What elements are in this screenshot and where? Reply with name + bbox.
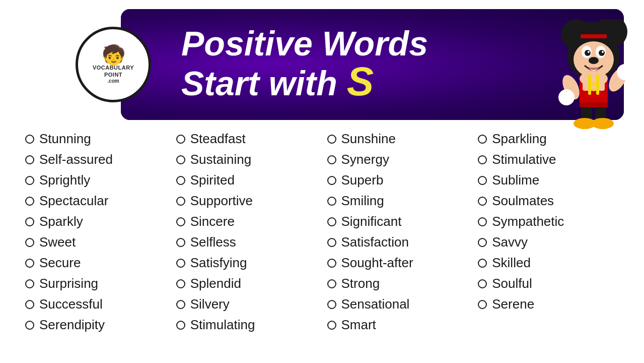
word-label: Steadfast — [190, 131, 246, 147]
list-item: Synergy — [327, 150, 478, 169]
word-label: Sympathetic — [492, 214, 564, 229]
bullet-icon — [478, 155, 487, 164]
list-item: Soulful — [478, 274, 629, 293]
header-banner: 🧒 VOCABULARYPOINT .com Positive Words St… — [121, 9, 624, 120]
word-label: Sensational — [341, 296, 410, 312]
list-item: Savvy — [478, 232, 629, 252]
svg-point-28 — [592, 118, 614, 129]
bullet-icon — [327, 197, 336, 206]
word-label: Superb — [341, 172, 384, 188]
bullet-icon — [478, 217, 487, 226]
word-label: Synergy — [341, 152, 389, 167]
svg-rect-13 — [581, 34, 607, 38]
list-item: Skilled — [478, 253, 629, 273]
word-label: Soulmates — [492, 193, 554, 209]
word-label: Sprightly — [39, 172, 90, 188]
svg-point-20 — [592, 88, 595, 91]
list-item: Steadfast — [176, 129, 327, 149]
bullet-icon — [327, 238, 336, 247]
list-item: Stunning — [25, 129, 176, 149]
word-label: Silvery — [190, 296, 230, 312]
word-label: Surprising — [39, 276, 98, 291]
list-item: Self-assured — [25, 150, 176, 169]
bullet-icon — [176, 238, 185, 247]
list-item: Sought-after — [327, 253, 478, 273]
list-item: Sustaining — [176, 150, 327, 169]
list-item: Sprightly — [25, 170, 176, 190]
header-letter-s: S — [347, 59, 374, 104]
list-item: Surprising — [25, 274, 176, 293]
bullet-icon — [25, 321, 34, 330]
list-item: Satisfaction — [327, 232, 478, 252]
list-item: Significant — [327, 212, 478, 231]
bullet-icon — [176, 321, 185, 330]
list-item: Spirited — [176, 170, 327, 190]
mickey-figure — [548, 19, 639, 125]
word-label: Sustaining — [190, 152, 251, 167]
list-item: Sparkling — [478, 129, 629, 149]
list-item: Sympathetic — [478, 212, 629, 231]
svg-point-24 — [617, 64, 633, 80]
word-label: Spectacular — [39, 193, 108, 209]
word-label: Stunning — [39, 131, 91, 147]
list-item: Strong — [327, 274, 478, 293]
bullet-icon — [327, 300, 336, 309]
logo-text: VOCABULARYPOINT — [93, 65, 134, 78]
bullet-icon — [25, 217, 34, 226]
word-label: Satisfying — [190, 255, 247, 271]
word-label: Serene — [492, 296, 534, 312]
list-item: Sunshine — [327, 129, 478, 149]
bullet-icon — [25, 279, 34, 288]
word-label: Sought-after — [341, 255, 413, 271]
bullet-icon — [176, 155, 185, 164]
list-item: Stimulative — [478, 150, 629, 169]
bullet-icon — [176, 176, 185, 185]
word-label: Smart — [341, 317, 376, 333]
list-item: Superb — [327, 170, 478, 190]
word-label: Sunshine — [341, 131, 396, 147]
list-item: Sublime — [478, 170, 629, 190]
bullet-icon — [176, 300, 185, 309]
bullet-icon — [176, 197, 185, 206]
word-label: Splendid — [190, 276, 241, 291]
bullet-icon — [478, 135, 487, 144]
list-item: Sparkly — [25, 212, 176, 231]
list-item: Selfless — [176, 232, 327, 252]
list-item: Satisfying — [176, 253, 327, 273]
bullet-icon — [478, 176, 487, 185]
bullet-icon — [478, 238, 487, 247]
list-item: Serendipity — [25, 315, 176, 335]
bullet-icon — [176, 135, 185, 144]
word-label: Satisfaction — [341, 234, 409, 250]
word-label: Sincere — [190, 214, 235, 229]
bullet-icon — [327, 217, 336, 226]
bullet-icon — [478, 279, 487, 288]
svg-rect-29 — [580, 102, 608, 107]
list-item: Successful — [25, 294, 176, 314]
svg-point-8 — [588, 51, 590, 53]
list-item: Stimulating — [176, 315, 327, 335]
word-list-section: StunningSelf-assuredSprightlySpectacular… — [0, 120, 644, 340]
bullet-icon — [25, 176, 34, 185]
word-label: Sparkling — [492, 131, 546, 147]
bullet-icon — [478, 197, 487, 206]
word-label: Self-assured — [39, 152, 113, 167]
word-label: Sweet — [39, 234, 76, 250]
word-column-3: SunshineSynergySuperbSmilingSignificantS… — [327, 129, 478, 335]
word-label: Savvy — [492, 234, 528, 250]
svg-point-9 — [602, 51, 604, 53]
list-item: Serene — [478, 294, 629, 314]
bullet-icon — [25, 238, 34, 247]
list-item: Secure — [25, 253, 176, 273]
bullet-icon — [478, 300, 487, 309]
word-column-2: SteadfastSustainingSpiritedSupportiveSin… — [176, 129, 327, 335]
list-item: Sweet — [25, 232, 176, 252]
word-label: Stimulative — [492, 152, 556, 167]
word-column-4: SparklingStimulativeSublimeSoulmatesSymp… — [478, 129, 629, 335]
svg-point-10 — [589, 57, 599, 64]
bullet-icon — [176, 279, 185, 288]
word-label: Sparkly — [39, 214, 83, 229]
word-label: Strong — [341, 276, 380, 291]
svg-point-6 — [585, 50, 591, 56]
list-item: Smiling — [327, 191, 478, 211]
